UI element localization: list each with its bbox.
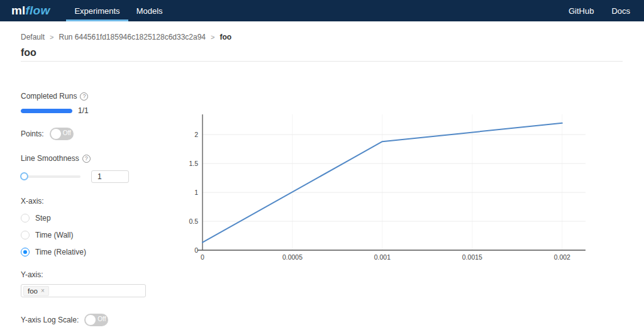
x-axis-option-label: Time (Relative)	[35, 248, 86, 256]
points-label: Points:	[21, 129, 44, 138]
svg-text:1: 1	[194, 189, 198, 196]
line-smoothness-input[interactable]	[91, 170, 129, 183]
breadcrumb-separator-icon: >	[211, 33, 214, 41]
breadcrumb-experiment[interactable]: Default	[21, 33, 45, 41]
completed-runs-count: 1/1	[78, 106, 89, 115]
svg-text:0.0015: 0.0015	[462, 253, 482, 261]
completed-runs-progress-fill	[21, 109, 72, 113]
line-smoothness-label: Line Smoothness	[21, 154, 79, 163]
x-axis-option-label: Step	[35, 214, 51, 223]
top-navbar: mlflow Experiments Models GitHub Docs	[0, 0, 644, 21]
help-icon[interactable]: ?	[80, 92, 88, 101]
toggle-knob	[86, 315, 96, 325]
y-axis-tag: foo ×	[23, 286, 49, 296]
github-link[interactable]: GitHub	[569, 6, 594, 16]
x-axis-label: X-axis:	[21, 197, 150, 206]
line-smoothness-slider-row	[21, 170, 150, 183]
y-axis-label: Y-axis:	[21, 270, 150, 279]
y-log-label: Y-axis Log Scale:	[21, 316, 79, 324]
slider-handle[interactable]	[20, 172, 28, 180]
radio-icon[interactable]	[21, 231, 30, 239]
y-log-toggle[interactable]: Off	[84, 314, 108, 326]
chart-controls-panel: Completed Runs ? 1/1 Points: Off Line Sm…	[21, 92, 150, 326]
breadcrumb-current-metric: foo	[219, 33, 231, 41]
help-icon[interactable]: ?	[82, 155, 91, 163]
points-toggle-state: Off	[63, 129, 71, 136]
y-axis-metric-select[interactable]: foo ×	[21, 284, 146, 297]
radio-icon[interactable]	[21, 214, 30, 223]
radio-checked-icon[interactable]	[21, 248, 30, 256]
breadcrumb-run[interactable]: Run 644561fd185946c1825128c6d33c2a94	[58, 33, 206, 41]
points-row: Points: Off	[21, 128, 150, 140]
completed-runs-label: Completed Runs	[21, 92, 77, 101]
breadcrumb: Default>Run 644561fd185946c1825128c6d33c…	[21, 33, 231, 41]
svg-text:0.0005: 0.0005	[282, 253, 303, 261]
x-axis-option-step[interactable]: Step	[21, 214, 150, 223]
svg-text:0.002: 0.002	[554, 253, 570, 261]
points-toggle[interactable]: Off	[50, 128, 74, 140]
y-log-row: Y-axis Log Scale: Off	[21, 314, 150, 326]
nav-tabs: Experiments Models	[66, 0, 170, 21]
tab-models[interactable]: Models	[128, 0, 171, 21]
mlflow-app: mlflow Experiments Models GitHub Docs De…	[0, 0, 644, 330]
y-axis-tag-label: foo	[28, 287, 38, 295]
mlflow-logo[interactable]: mlflow	[11, 4, 50, 18]
x-axis-option-label: Time (Wall)	[35, 231, 73, 239]
nav-links: GitHub Docs	[569, 0, 630, 21]
logo-flow-text: flow	[26, 4, 50, 17]
line-smoothness-row: Line Smoothness ?	[21, 154, 150, 163]
docs-link[interactable]: Docs	[611, 6, 630, 16]
breadcrumb-separator-icon: >	[50, 33, 53, 41]
svg-text:2: 2	[194, 131, 198, 138]
svg-text:0: 0	[194, 246, 198, 254]
page-title: foo	[21, 47, 36, 58]
completed-runs-progress	[21, 109, 72, 113]
x-axis-option-time-wall[interactable]: Time (Wall)	[21, 231, 150, 239]
remove-tag-icon[interactable]: ×	[41, 287, 45, 294]
metric-chart[interactable]: 00.00050.0010.00150.00200.511.52	[182, 112, 597, 263]
completed-runs-progress-row: 1/1	[21, 106, 150, 115]
completed-runs-row: Completed Runs ?	[21, 92, 150, 101]
metric-chart-svg[interactable]: 00.00050.0010.00150.00200.511.52	[182, 112, 597, 263]
svg-text:0.001: 0.001	[374, 253, 391, 261]
title-divider	[21, 61, 623, 62]
svg-text:0: 0	[201, 253, 204, 261]
logo-ml-text: ml	[11, 4, 26, 17]
line-smoothness-slider[interactable]	[21, 175, 80, 178]
x-axis-option-time-relative[interactable]: Time (Relative)	[21, 248, 150, 256]
tab-experiments[interactable]: Experiments	[66, 0, 128, 21]
toggle-knob	[51, 129, 61, 139]
svg-text:1.5: 1.5	[189, 160, 198, 167]
y-log-toggle-state: Off	[97, 316, 106, 322]
svg-text:0.5: 0.5	[189, 217, 198, 225]
